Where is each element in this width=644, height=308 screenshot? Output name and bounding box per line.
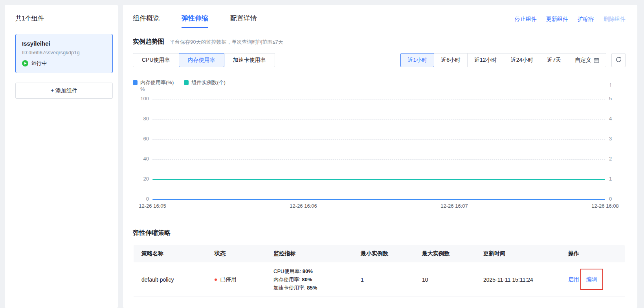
x-axis-tick: 12-26 16:07 (437, 203, 472, 209)
running-status-icon (22, 60, 28, 66)
metric-line-accelerator: 加速卡使用率: 85% (273, 284, 361, 292)
policy-section-title: 弹性伸缩策略 (133, 229, 171, 237)
x-axis-tick: 12-26 16:06 (286, 203, 321, 209)
component-name: Issyileihei (22, 40, 106, 47)
edit-policy-link[interactable]: 编辑 (586, 276, 597, 283)
policy-metrics-cell: CPU使用率: 80% 内存使用率: 80% 加速卡使用率: 85% (273, 267, 361, 292)
left-axis-tick: 20 (126, 176, 149, 182)
memory-usage-line (152, 199, 605, 200)
legend-swatch-teal (184, 80, 189, 85)
gridline (152, 99, 605, 100)
policy-min-instances-cell: 1 (361, 277, 422, 283)
legend-memory-usage[interactable]: 内存使用率(%) (133, 79, 174, 86)
calendar-icon (594, 57, 599, 63)
policy-operations-cell: 启用 编辑 (568, 276, 625, 283)
metric-accelerator-button[interactable]: 加速卡使用率 (224, 53, 275, 67)
update-component-link[interactable]: 更新组件 (546, 16, 568, 23)
custom-range-label: 自定义 (575, 57, 591, 64)
time-range-group: 近1小时 近6小时 近12小时 近24小时 近7天 自定义 (400, 53, 606, 67)
refresh-icon (615, 56, 622, 65)
right-axis-tick: 3 (609, 136, 612, 142)
time-range-24h-button[interactable]: 近24小时 (504, 53, 541, 67)
component-status: 运行中 (22, 60, 106, 67)
refresh-button[interactable] (611, 53, 626, 67)
policy-updated-at-cell: 2025-11-11 15:11:24 (483, 277, 568, 283)
right-axis-tick: 0 (609, 196, 612, 202)
tab-config-detail[interactable]: 配置详情 (230, 14, 257, 28)
left-axis-tick: 100 (126, 96, 149, 101)
add-component-label: + 添加组件 (51, 87, 77, 94)
policy-name-cell: default-policy (134, 277, 215, 283)
metric-line-cpu: CPU使用率: 80% (273, 267, 361, 275)
policy-table: 策略名称 状态 监控指标 最小实例数 最大实例数 更新时间 操作 default… (134, 245, 625, 297)
metric-cpu-button[interactable]: CPU使用率 (133, 53, 179, 67)
policy-max-instances-cell: 10 (422, 277, 483, 283)
time-range-1h-button[interactable]: 近1小时 (400, 53, 434, 67)
x-axis-tick: 12-26 16:05 (135, 203, 170, 209)
left-axis-tick: 80 (126, 116, 149, 122)
time-range-toolbar: 近1小时 近6小时 近12小时 近24小时 近7天 自定义 (400, 53, 626, 67)
component-detail-panel: 组件概览 弹性伸缩 配置详情 停止组件 更新组件 扩缩容 删除组件 实例趋势图 … (123, 5, 637, 308)
metric-accelerator-label: 加速卡使用率: (273, 285, 307, 291)
component-id: ID:d56fi67ssveqrsgkdp1g (22, 50, 106, 55)
component-actions: 停止组件 更新组件 扩缩容 删除组件 (515, 16, 626, 23)
trend-section-header: 实例趋势图 平台保存90天的监控数据，单次查询时间范围≤7天 (133, 38, 283, 46)
metric-button-group: CPU使用率 内存使用率 加速卡使用率 (133, 53, 275, 67)
enable-policy-link[interactable]: 启用 (568, 276, 579, 283)
metric-cpu-value: 80% (303, 268, 313, 274)
legend-swatch-blue (133, 80, 138, 85)
col-min-instances: 最小实例数 (361, 250, 422, 257)
right-axis-tick: 5 (609, 96, 612, 101)
edit-policy-wrap: 编辑 (586, 276, 597, 283)
col-operations: 操作 (568, 250, 625, 257)
col-policy-name: 策略名称 (134, 250, 215, 257)
component-card[interactable]: Issyileihei ID:d56fi67ssveqrsgkdp1g 运行中 (15, 34, 113, 73)
left-axis-tick: 60 (126, 136, 149, 142)
add-component-button[interactable]: + 添加组件 (15, 83, 113, 99)
delete-component-link[interactable]: 删除组件 (604, 16, 626, 23)
col-status: 状态 (215, 250, 273, 257)
right-axis-tick: 2 (609, 156, 612, 162)
col-max-instances: 最大实例数 (422, 250, 483, 257)
metric-cpu-label: CPU使用率: (273, 268, 303, 274)
legend-instance-count[interactable]: 组件实例数(个) (184, 79, 226, 86)
legend-instance-label: 组件实例数(个) (191, 79, 226, 86)
left-axis-unit: % (140, 86, 145, 92)
chart-legend: 内存使用率(%) 组件实例数(个) (133, 79, 226, 86)
gridline (152, 119, 605, 120)
gridline (152, 159, 605, 160)
right-axis-arrow-icon: ↑ (609, 81, 612, 88)
policy-status-cell: 已停用 (215, 276, 273, 283)
legend-memory-label: 内存使用率(%) (140, 79, 174, 86)
gridline (152, 139, 605, 140)
metric-memory-value: 80% (302, 277, 312, 282)
policy-table-header: 策略名称 状态 监控指标 最小实例数 最大实例数 更新时间 操作 (134, 245, 625, 262)
metric-memory-button[interactable]: 内存使用率 (179, 53, 224, 67)
time-range-12h-button[interactable]: 近12小时 (467, 53, 504, 67)
metric-line-memory: 内存使用率: 80% (273, 275, 361, 284)
tab-component-overview[interactable]: 组件概览 (133, 14, 160, 28)
tab-elastic-scaling[interactable]: 弹性伸缩 (182, 14, 208, 28)
left-axis-tick: 40 (126, 156, 149, 162)
metric-accelerator-value: 85% (307, 285, 317, 291)
right-axis-tick: 4 (609, 116, 612, 122)
policy-table-row: default-policy 已停用 CPU使用率: 80% 内存使用率: 80… (134, 262, 625, 297)
time-range-6h-button[interactable]: 近6小时 (434, 53, 468, 67)
trend-note: 平台保存90天的监控数据，单次查询时间范围≤7天 (170, 39, 283, 46)
left-axis-tick: 0 (126, 196, 149, 202)
stop-component-link[interactable]: 停止组件 (515, 16, 537, 23)
component-status-label: 运行中 (31, 60, 47, 67)
component-count-label: 共1个组件 (15, 15, 113, 23)
detail-tabs: 组件概览 弹性伸缩 配置详情 (133, 14, 257, 28)
metric-memory-label: 内存使用率: (273, 277, 302, 282)
component-list-panel: 共1个组件 Issyileihei ID:d56fi67ssveqrsgkdp1… (5, 5, 118, 308)
instance-count-line (152, 179, 605, 180)
time-range-7d-button[interactable]: 近7天 (540, 53, 568, 67)
stopped-status-dot-icon (215, 278, 217, 281)
scale-component-link[interactable]: 扩缩容 (578, 16, 594, 23)
col-metrics: 监控指标 (273, 250, 361, 257)
x-axis-tick: 12-26 16:08 (587, 203, 623, 209)
col-updated-at: 更新时间 (483, 250, 568, 257)
policy-status-label: 已停用 (220, 276, 237, 283)
time-range-custom-button[interactable]: 自定义 (568, 53, 606, 67)
